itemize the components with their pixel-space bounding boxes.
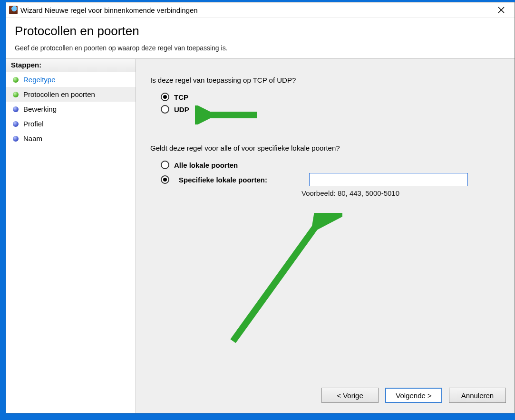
step-bullet-icon [13, 106, 19, 112]
radio-row-specific-ports[interactable]: Specifieke lokale poorten: [161, 173, 500, 186]
step-bullet-icon [13, 121, 19, 127]
close-icon [498, 7, 505, 13]
step-name[interactable]: Naam [6, 131, 136, 146]
radio-specific-ports-label: Specifieke lokale poorten: [179, 176, 300, 184]
step-ruletype[interactable]: Regeltype [6, 72, 136, 87]
steps-sidebar: Stappen: Regeltype Protocollen en poorte… [6, 59, 136, 413]
radio-all-ports-label: Alle lokale poorten [174, 161, 238, 169]
page-subtitle: Geef de protocollen en poorten op waarop… [15, 44, 506, 52]
steps-header: Stappen: [6, 59, 136, 72]
back-button[interactable]: < Vorige [321, 388, 379, 403]
radio-udp[interactable] [161, 105, 169, 114]
radio-specific-ports[interactable] [161, 175, 169, 184]
titlebar: Wizard Nieuwe regel voor binnenkomende v… [6, 2, 515, 18]
wizard-window: Wizard Nieuwe regel voor binnenkomende v… [6, 2, 515, 413]
radio-tcp[interactable] [161, 93, 169, 101]
wizard-footer: < Vorige Volgende > Annuleren [136, 382, 515, 409]
step-bullet-icon [13, 136, 19, 142]
step-profile-label: Profiel [23, 120, 44, 128]
step-action-label: Bewerking [23, 105, 57, 113]
page-title: Protocollen en poorten [15, 24, 506, 38]
wizard-header: Protocollen en poorten Geef de protocoll… [6, 18, 515, 59]
step-name-label: Naam [23, 134, 42, 143]
step-protocols[interactable]: Protocollen en poorten [6, 87, 136, 102]
step-bullet-icon [13, 77, 19, 83]
radio-udp-label: UDP [174, 105, 189, 114]
step-ruletype-label[interactable]: Regeltype [23, 76, 56, 84]
radio-tcp-label: TCP [174, 93, 188, 101]
question-protocol: Is deze regel van toepassing op TCP of U… [150, 76, 500, 84]
step-protocols-label: Protocollen en poorten [23, 90, 95, 98]
step-bullet-icon [13, 92, 19, 97]
next-button[interactable]: Volgende > [385, 388, 442, 403]
step-action[interactable]: Bewerking [6, 102, 136, 116]
wizard-body: Stappen: Regeltype Protocollen en poorte… [6, 59, 515, 413]
specific-ports-input[interactable] [309, 173, 468, 186]
firewall-icon [9, 6, 18, 14]
wizard-content: Is deze regel van toepassing op TCP of U… [136, 59, 515, 413]
cancel-button[interactable]: Annuleren [449, 388, 506, 403]
radio-row-tcp[interactable]: TCP [161, 93, 500, 101]
radio-all-ports[interactable] [161, 161, 169, 169]
window-title: Wizard Nieuwe regel voor binnenkomende v… [20, 6, 491, 14]
question-ports: Geldt deze regel voor alle of voor speci… [150, 144, 500, 152]
ports-example: Voorbeeld: 80, 443, 5000-5010 [301, 189, 500, 197]
step-profile[interactable]: Profiel [6, 116, 136, 131]
close-button[interactable] [491, 3, 512, 17]
radio-row-all-ports[interactable]: Alle lokale poorten [161, 161, 500, 169]
radio-row-udp[interactable]: UDP [161, 105, 500, 114]
